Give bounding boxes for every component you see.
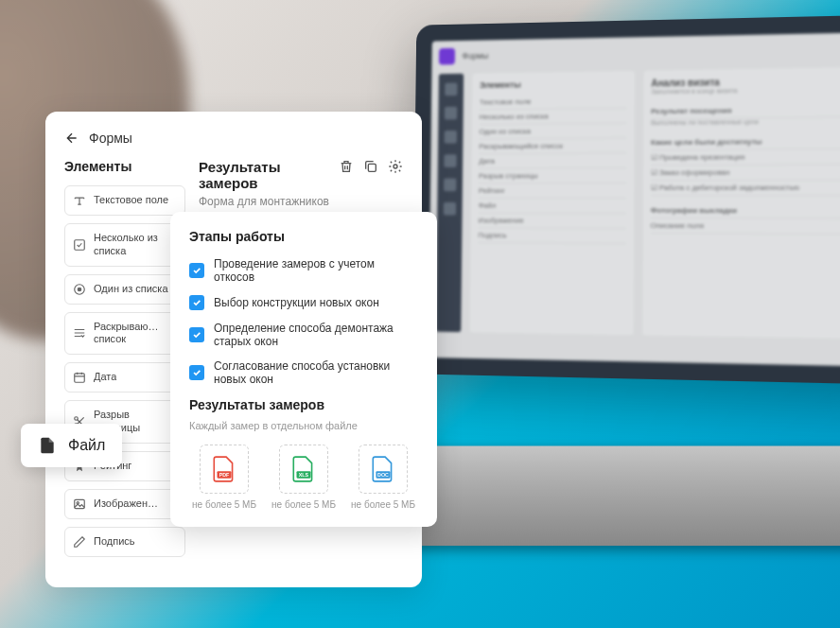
stage-item-label: Проведение замеров с учетом откосов — [214, 257, 418, 284]
pen-icon — [73, 535, 86, 549]
element-signature[interactable]: Подпись — [64, 527, 185, 557]
element-radio-list[interactable]: Один из списка — [64, 274, 185, 305]
stage-checkbox-row[interactable]: Согласование способа установки новых око… — [189, 359, 418, 386]
stage-checkbox-row[interactable]: Проведение замеров с учетом откосов — [189, 257, 418, 284]
svg-rect-8 — [368, 164, 376, 171]
svg-point-4 — [75, 417, 79, 421]
gear-icon[interactable] — [388, 159, 403, 174]
svg-rect-3 — [75, 374, 85, 382]
checkbox-icon — [73, 238, 86, 252]
back-arrow-icon — [64, 131, 79, 146]
stage-item-label: Определение способа демонтажа старых око… — [214, 322, 418, 348]
radio-icon — [73, 283, 86, 296]
form-title: Результаты замеров — [199, 159, 339, 191]
file-badge-label: Файл — [68, 437, 105, 454]
background-laptop: Формы Элементы Текстовое поле Несколько … — [412, 14, 840, 385]
checkbox-checked-icon — [189, 327, 204, 342]
file-upload-doc[interactable]: DOCне более 5 МБ — [348, 445, 418, 510]
svg-rect-0 — [75, 240, 85, 251]
stage-card: Этапы работы Проведение замеров с учетом… — [170, 212, 437, 527]
text-icon — [73, 194, 86, 207]
element-date[interactable]: Дата — [64, 362, 185, 392]
copy-icon[interactable] — [363, 159, 378, 174]
element-text-field[interactable]: Текстовое поле — [64, 185, 185, 216]
breadcrumb[interactable]: Формы — [45, 131, 422, 159]
element-image[interactable]: Изображен… — [64, 489, 185, 519]
svg-text:PDF: PDF — [219, 472, 230, 478]
checkbox-checked-icon — [189, 263, 204, 278]
svg-point-2 — [78, 288, 81, 291]
file-icon — [38, 435, 57, 456]
element-checkbox-list[interactable]: Несколько из списка — [64, 223, 185, 267]
stage-checkbox-row[interactable]: Выбор конструкции новых окон — [189, 295, 418, 310]
svg-text:XLS: XLS — [299, 472, 309, 478]
element-dropdown[interactable]: Раскрываю… список — [64, 312, 185, 356]
file-upload-pdf[interactable]: PDFне более 5 МБ — [189, 445, 259, 510]
breadcrumb-label: Формы — [89, 131, 132, 146]
results-hint: Каждый замер в отдельном файле — [189, 420, 418, 431]
form-subtitle: Форма для монтажников — [199, 195, 403, 208]
svg-rect-6 — [75, 499, 85, 508]
stage-title: Этапы работы — [189, 229, 418, 244]
file-upload-xls[interactable]: XLSне более 5 МБ — [269, 445, 339, 510]
image-icon — [73, 497, 86, 511]
file-limit-label: не более 5 МБ — [348, 499, 418, 510]
results-title: Результаты замеров — [189, 397, 418, 412]
svg-point-9 — [394, 165, 397, 168]
checkbox-checked-icon — [189, 295, 204, 310]
checkbox-checked-icon — [189, 365, 204, 380]
stage-checkbox-row[interactable]: Определение способа демонтажа старых око… — [189, 322, 418, 348]
delete-icon[interactable] — [339, 159, 354, 174]
file-limit-label: не более 5 МБ — [269, 499, 339, 510]
svg-text:DOC: DOC — [377, 472, 389, 478]
dropdown-icon — [73, 326, 86, 340]
file-limit-label: не более 5 МБ — [189, 499, 259, 510]
stage-item-label: Выбор конструкции новых окон — [214, 296, 379, 309]
elements-panel: Элементы Текстовое поле Несколько из спи… — [64, 159, 185, 565]
file-element-badge[interactable]: Файл — [21, 424, 122, 467]
stage-item-label: Согласование способа установки новых око… — [214, 359, 418, 386]
calendar-icon — [73, 371, 86, 384]
elements-title: Элементы — [64, 159, 185, 174]
